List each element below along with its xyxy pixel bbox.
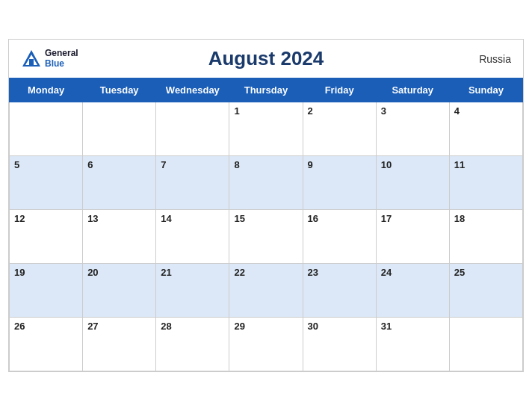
calendar-cell: 10: [376, 156, 449, 210]
day-number: 13: [87, 213, 98, 224]
day-number: 3: [381, 105, 386, 117]
header-thursday: Thursday: [229, 78, 303, 102]
calendar-cell: 2: [303, 102, 376, 156]
day-number: 22: [234, 267, 244, 278]
day-number: 15: [234, 213, 244, 224]
header-sunday: Sunday: [449, 78, 522, 102]
calendar-grid: Monday Tuesday Wednesday Thursday Friday…: [9, 78, 523, 371]
day-number: 18: [454, 213, 465, 224]
day-number: 1: [234, 105, 239, 117]
calendar-cell: [83, 102, 156, 156]
week-row-1: 1234: [10, 102, 523, 156]
calendar-cell: 22: [229, 264, 303, 318]
week-row-4: 19202122232425: [10, 264, 523, 318]
calendar-cell: 14: [156, 210, 229, 264]
calendar-cell: 11: [449, 156, 522, 210]
week-row-2: 567891011: [10, 156, 523, 210]
country-label: Russia: [479, 53, 511, 65]
calendar-cell: 8: [229, 156, 303, 210]
day-number: 6: [87, 159, 93, 170]
calendar-cell: 12: [10, 210, 83, 264]
logo-area: General Blue: [21, 49, 78, 69]
day-number: 31: [381, 321, 392, 332]
day-number: 19: [14, 267, 25, 278]
header-wednesday: Wednesday: [156, 78, 229, 102]
calendar-cell: 26: [10, 318, 83, 371]
day-number: 29: [234, 321, 244, 332]
calendar-cell: 3: [376, 102, 449, 156]
day-number: 24: [381, 267, 392, 278]
svg-rect-2: [29, 59, 34, 65]
day-number: 30: [308, 321, 318, 332]
day-number: 9: [308, 159, 313, 170]
calendar-title: August 2024: [208, 47, 324, 70]
day-number: 2: [308, 105, 313, 117]
calendar-cell: 9: [303, 156, 376, 210]
general-blue-logo-icon: [21, 49, 42, 69]
day-number: 26: [14, 321, 25, 332]
calendar-cell: [449, 318, 522, 371]
day-number: 23: [308, 267, 318, 278]
header-friday: Friday: [303, 78, 376, 102]
calendar-cell: 1: [229, 102, 303, 156]
calendar-cell: 29: [229, 318, 303, 371]
calendar-cell: 4: [449, 102, 522, 156]
day-number: 11: [454, 159, 465, 170]
calendar-cell: 25: [449, 264, 522, 318]
days-header-row: Monday Tuesday Wednesday Thursday Friday…: [10, 78, 523, 102]
day-number: 12: [14, 213, 25, 224]
calendar-cell: 27: [83, 318, 156, 371]
calendar-cell: 18: [449, 210, 522, 264]
week-row-3: 12131415161718: [10, 210, 523, 264]
calendar-cell: 5: [10, 156, 83, 210]
day-number: 14: [161, 213, 171, 224]
calendar-cell: 13: [83, 210, 156, 264]
calendar-cell: 6: [83, 156, 156, 210]
day-number: 28: [161, 321, 171, 332]
calendar-cell: 21: [156, 264, 229, 318]
day-number: 7: [161, 159, 166, 170]
calendar-container: General Blue August 2024 Russia Monday T…: [8, 39, 524, 372]
calendar-cell: 7: [156, 156, 229, 210]
calendar-cell: 23: [303, 264, 376, 318]
day-number: 21: [161, 267, 171, 278]
calendar-cell: [156, 102, 229, 156]
calendar-cell: 30: [303, 318, 376, 371]
day-number: 20: [87, 267, 98, 278]
calendar-cell: [10, 102, 83, 156]
calendar-cell: 19: [10, 264, 83, 318]
day-number: 25: [454, 267, 465, 278]
header-monday: Monday: [10, 78, 83, 102]
header-tuesday: Tuesday: [83, 78, 156, 102]
logo-blue-text: Blue: [45, 59, 78, 69]
calendar-cell: 17: [376, 210, 449, 264]
header-saturday: Saturday: [376, 78, 449, 102]
calendar-cell: 15: [229, 210, 303, 264]
day-number: 5: [14, 159, 19, 170]
calendar-header: General Blue August 2024 Russia: [9, 40, 523, 78]
week-row-5: 262728293031: [10, 318, 523, 371]
day-number: 16: [308, 213, 318, 224]
day-number: 4: [454, 105, 460, 117]
calendar-cell: 28: [156, 318, 229, 371]
calendar-cell: 20: [83, 264, 156, 318]
day-number: 17: [381, 213, 392, 224]
calendar-cell: 24: [376, 264, 449, 318]
calendar-cell: 16: [303, 210, 376, 264]
day-number: 10: [381, 159, 392, 170]
calendar-cell: 31: [376, 318, 449, 371]
day-number: 8: [234, 159, 239, 170]
day-number: 27: [87, 321, 98, 332]
